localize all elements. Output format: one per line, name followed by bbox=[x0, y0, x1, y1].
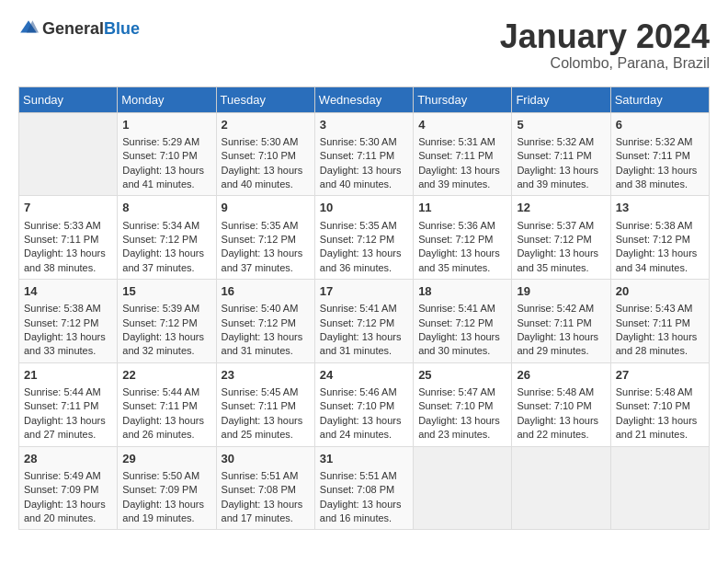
calendar-cell: 20Sunrise: 5:43 AMSunset: 7:11 PMDayligh… bbox=[610, 280, 709, 363]
day-number: 20 bbox=[616, 283, 704, 300]
day-info-line: Daylight: 13 hours bbox=[418, 414, 506, 428]
day-number: 17 bbox=[320, 283, 408, 300]
calendar-cell: 16Sunrise: 5:40 AMSunset: 7:12 PMDayligh… bbox=[216, 280, 314, 363]
day-info-line: Sunrise: 5:50 AM bbox=[122, 469, 210, 483]
day-info-line: Daylight: 13 hours bbox=[222, 164, 310, 178]
day-info-line: and 33 minutes. bbox=[24, 344, 112, 358]
calendar-cell bbox=[512, 446, 610, 530]
logo-text-general: General bbox=[42, 19, 104, 38]
day-number: 26 bbox=[517, 367, 605, 384]
day-info-line: Sunrise: 5:42 AM bbox=[517, 302, 605, 316]
day-info-line: and 34 minutes. bbox=[616, 261, 704, 275]
day-info-line: and 22 minutes. bbox=[517, 428, 605, 442]
day-info-line: Sunrise: 5:29 AM bbox=[122, 135, 210, 149]
day-info-line: Sunset: 7:11 PM bbox=[616, 149, 704, 163]
day-info-line: and 17 minutes. bbox=[222, 511, 310, 525]
day-info-line: Daylight: 13 hours bbox=[122, 164, 210, 178]
header-cell-friday: Friday bbox=[512, 86, 610, 112]
day-info-line: and 16 minutes. bbox=[320, 511, 408, 525]
day-info-line: Sunset: 7:11 PM bbox=[24, 399, 112, 413]
day-info-line: Daylight: 13 hours bbox=[24, 247, 112, 260]
day-info-line: Daylight: 13 hours bbox=[616, 414, 704, 428]
day-info-line: Sunrise: 5:32 AM bbox=[616, 135, 704, 149]
calendar-cell: 11Sunrise: 5:36 AMSunset: 7:12 PMDayligh… bbox=[414, 196, 512, 280]
day-number: 19 bbox=[517, 283, 605, 300]
day-number: 3 bbox=[320, 117, 408, 133]
day-info-line: Daylight: 13 hours bbox=[616, 330, 704, 344]
calendar-cell: 19Sunrise: 5:42 AMSunset: 7:11 PMDayligh… bbox=[512, 280, 610, 363]
day-info-line: and 32 minutes. bbox=[122, 344, 210, 358]
day-info-line: Sunset: 7:11 PM bbox=[616, 316, 704, 330]
title-area: January 2024 Colombo, Parana, Brazil bbox=[500, 18, 710, 72]
day-info-line: Sunset: 7:11 PM bbox=[320, 149, 408, 163]
header-cell-monday: Monday bbox=[118, 86, 216, 112]
day-info-line: and 31 minutes. bbox=[222, 344, 310, 358]
calendar-cell: 26Sunrise: 5:48 AMSunset: 7:10 PMDayligh… bbox=[512, 362, 610, 446]
day-info-line: Sunrise: 5:38 AM bbox=[24, 302, 112, 316]
calendar-title: January 2024 bbox=[500, 18, 710, 55]
calendar-header: SundayMondayTuesdayWednesdayThursdayFrid… bbox=[19, 86, 710, 112]
day-info-line: Daylight: 13 hours bbox=[122, 247, 210, 260]
day-info-line: Sunset: 7:12 PM bbox=[320, 233, 408, 247]
day-info-line: Sunset: 7:09 PM bbox=[122, 483, 210, 497]
day-info-line: Sunset: 7:12 PM bbox=[222, 316, 310, 330]
day-number: 10 bbox=[320, 200, 408, 216]
calendar-cell: 10Sunrise: 5:35 AMSunset: 7:12 PMDayligh… bbox=[314, 196, 413, 280]
day-number: 22 bbox=[122, 367, 210, 384]
calendar-cell: 27Sunrise: 5:48 AMSunset: 7:10 PMDayligh… bbox=[610, 362, 709, 446]
calendar-cell: 7Sunrise: 5:33 AMSunset: 7:11 PMDaylight… bbox=[19, 196, 118, 280]
calendar-week-row: 14Sunrise: 5:38 AMSunset: 7:12 PMDayligh… bbox=[19, 280, 710, 363]
day-number: 9 bbox=[222, 200, 310, 216]
day-info-line: and 19 minutes. bbox=[122, 511, 210, 525]
day-info-line: and 37 minutes. bbox=[222, 261, 310, 275]
day-number: 4 bbox=[418, 117, 506, 133]
day-info-line: Sunrise: 5:48 AM bbox=[517, 385, 605, 399]
day-info-line: and 41 minutes. bbox=[122, 178, 210, 191]
calendar-cell: 25Sunrise: 5:47 AMSunset: 7:10 PMDayligh… bbox=[414, 362, 512, 446]
day-info-line: Daylight: 13 hours bbox=[616, 247, 704, 260]
day-info-line: Sunset: 7:10 PM bbox=[616, 399, 704, 413]
day-number: 11 bbox=[418, 200, 506, 216]
day-info-line: Sunset: 7:12 PM bbox=[616, 233, 704, 247]
day-info-line: and 21 minutes. bbox=[616, 428, 704, 442]
day-info-line: Daylight: 13 hours bbox=[418, 164, 506, 178]
day-number: 14 bbox=[24, 283, 112, 300]
day-info-line: Sunrise: 5:49 AM bbox=[24, 469, 112, 483]
day-info-line: and 39 minutes. bbox=[418, 178, 506, 191]
day-info-line: Sunset: 7:12 PM bbox=[24, 316, 112, 330]
day-info-line: Daylight: 13 hours bbox=[517, 414, 605, 428]
day-info-line: and 37 minutes. bbox=[122, 261, 210, 275]
day-info-line: Sunset: 7:10 PM bbox=[418, 399, 506, 413]
day-info-line: Sunset: 7:11 PM bbox=[222, 399, 310, 413]
day-number: 1 bbox=[122, 117, 210, 133]
logo-icon bbox=[18, 18, 39, 39]
day-info-line: Daylight: 13 hours bbox=[122, 414, 210, 428]
day-info-line: Sunrise: 5:45 AM bbox=[222, 385, 310, 399]
calendar-subtitle: Colombo, Parana, Brazil bbox=[500, 55, 710, 72]
day-info-line: Daylight: 13 hours bbox=[320, 498, 408, 511]
day-info-line: Sunrise: 5:34 AM bbox=[122, 219, 210, 233]
calendar-cell bbox=[414, 446, 512, 530]
day-info-line: Daylight: 13 hours bbox=[24, 330, 112, 344]
day-info-line: Daylight: 13 hours bbox=[320, 247, 408, 260]
calendar-cell: 28Sunrise: 5:49 AMSunset: 7:09 PMDayligh… bbox=[19, 446, 118, 530]
calendar-cell: 31Sunrise: 5:51 AMSunset: 7:08 PMDayligh… bbox=[314, 446, 413, 530]
day-info-line: Sunset: 7:12 PM bbox=[418, 233, 506, 247]
calendar-cell: 30Sunrise: 5:51 AMSunset: 7:08 PMDayligh… bbox=[216, 446, 314, 530]
day-info-line: and 30 minutes. bbox=[418, 344, 506, 358]
day-info-line: Sunset: 7:11 PM bbox=[517, 316, 605, 330]
calendar-week-row: 28Sunrise: 5:49 AMSunset: 7:09 PMDayligh… bbox=[19, 446, 710, 530]
calendar-cell: 13Sunrise: 5:38 AMSunset: 7:12 PMDayligh… bbox=[610, 196, 709, 280]
calendar-cell: 17Sunrise: 5:41 AMSunset: 7:12 PMDayligh… bbox=[314, 280, 413, 363]
day-number: 16 bbox=[222, 283, 310, 300]
day-info-line: Sunset: 7:12 PM bbox=[122, 233, 210, 247]
day-info-line: Sunset: 7:09 PM bbox=[24, 483, 112, 497]
day-number: 23 bbox=[222, 367, 310, 384]
day-info-line: Sunset: 7:12 PM bbox=[122, 316, 210, 330]
day-info-line: Sunset: 7:08 PM bbox=[320, 483, 408, 497]
day-number: 21 bbox=[24, 367, 112, 384]
day-info-line: Sunrise: 5:51 AM bbox=[320, 469, 408, 483]
day-number: 13 bbox=[616, 200, 704, 216]
day-info-line: Sunset: 7:10 PM bbox=[222, 149, 310, 163]
day-info-line: Daylight: 13 hours bbox=[222, 498, 310, 511]
